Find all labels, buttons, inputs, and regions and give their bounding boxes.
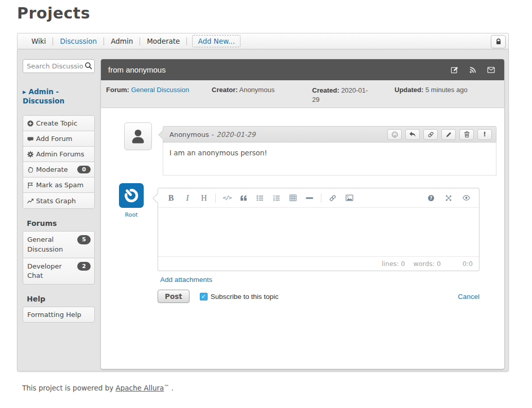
post-body: I am an anonymous person!: [163, 143, 496, 175]
sidebar-item-developer-chat[interactable]: Developer Chat 2: [23, 258, 94, 284]
add-attachments-link[interactable]: Add attachments: [160, 276, 212, 283]
meta-creator: Creator: Anonymous: [212, 86, 312, 108]
meta-creator-value: Anonymous: [239, 86, 274, 94]
sidebar: ▸ Admin - Discussion Create Topic Add Fo…: [23, 59, 95, 323]
unordered-list-button[interactable]: [252, 191, 268, 205]
sidebar-item-formatting-help[interactable]: Formatting Help: [23, 307, 94, 322]
comment-icon: [27, 135, 36, 143]
forums-list: General Discussion 5 Developer Chat 2: [23, 231, 95, 285]
content-area: ▸ Admin - Discussion Create Topic Add Fo…: [17, 49, 509, 371]
reply-textarea[interactable]: [158, 208, 479, 256]
sidebar-item-add-forum[interactable]: Add Forum: [23, 131, 94, 147]
add-reaction-button[interactable]: [387, 129, 402, 140]
sidebar-item-moderate[interactable]: Moderate 0: [23, 162, 94, 178]
nav-tab-wiki[interactable]: Wiki: [25, 37, 53, 45]
main-panel: from anonymous Forum: General Discussion…: [101, 59, 504, 369]
footer: This project is powered by Apache Allura…: [22, 384, 174, 392]
root-avatar: [119, 183, 144, 208]
sidebar-item-admin-forums[interactable]: Admin Forums: [23, 147, 94, 162]
sidebar-item-stats-graph[interactable]: Stats Graph: [23, 193, 94, 208]
post-header: Anonymous - 2020-01-29: [163, 126, 496, 143]
flag-icon: [27, 182, 36, 189]
topic-header: from anonymous: [101, 59, 504, 80]
sidebar-item-label: Moderate: [36, 166, 68, 173]
sidebar-item-mark-as-spam[interactable]: Mark as Spam: [23, 178, 94, 193]
exclamation-icon: !: [483, 131, 486, 138]
sidebar-item-create-topic[interactable]: Create Topic: [23, 116, 94, 131]
post-button[interactable]: Post: [158, 290, 190, 303]
top-navbar: Wiki Discussion Admin Moderate Add New..…: [17, 33, 509, 49]
reply-button[interactable]: [405, 129, 420, 140]
gear-icon: [27, 151, 36, 158]
italic-button[interactable]: I: [180, 191, 195, 205]
rss-feed-icon[interactable]: [469, 66, 476, 74]
meta-forum-link[interactable]: General Discussion: [131, 86, 189, 94]
delete-post-button[interactable]: [459, 129, 474, 140]
nav-separator: [186, 38, 187, 45]
post-actions-row: Post ✓ Subscribe to this topic Cancel: [158, 290, 479, 303]
post: Anonymous - 2020-01-29: [163, 126, 496, 175]
trademark-symbol: ™: [164, 384, 169, 389]
root-username-link[interactable]: Root: [119, 211, 144, 218]
sidebar-item-label: Add Forum: [36, 135, 73, 143]
meta-forum-label: Forum:: [106, 86, 129, 94]
bold-button[interactable]: B: [163, 191, 179, 205]
sidebar-item-label: Admin Forums: [36, 150, 84, 158]
meta-updated: Updated: 5 minutes ago: [394, 86, 499, 108]
bubble-arrow: [159, 131, 167, 139]
words-count: words: 0: [413, 260, 440, 268]
horizontal-rule-button[interactable]: [302, 191, 317, 205]
post-date: 2020-01-29: [216, 131, 255, 138]
code-button[interactable]: </>: [219, 191, 235, 205]
quote-button[interactable]: [236, 191, 251, 205]
cursor-position: 0:0: [462, 260, 473, 268]
search-input[interactable]: [23, 59, 95, 73]
sidebar-item-label: Create Topic: [36, 119, 77, 127]
add-new-button[interactable]: Add New...: [192, 35, 241, 47]
editor-bubble-arrow: [152, 193, 162, 203]
sidebar-item-general-discussion[interactable]: General Discussion 5: [23, 232, 94, 258]
edit-post-button[interactable]: [441, 129, 456, 140]
sidebar-item-label: Stats Graph: [36, 197, 76, 205]
plus-circle-icon: [27, 120, 36, 127]
anonymous-avatar: [124, 122, 152, 150]
heading-button[interactable]: H: [196, 191, 212, 205]
post-separator: -: [212, 131, 214, 138]
sidebar-item-label: Mark as Spam: [36, 181, 83, 189]
markdown-help-button[interactable]: ?: [423, 191, 439, 205]
subscribe-label: Subscribe to this topic: [211, 293, 279, 300]
insert-image-button[interactable]: [341, 191, 357, 205]
meta-updated-label: Updated:: [394, 86, 423, 94]
sidebar-admin-discussion-link[interactable]: ▸ Admin - Discussion: [23, 87, 95, 105]
cancel-link[interactable]: Cancel: [458, 293, 479, 300]
table-button[interactable]: [285, 191, 301, 205]
apache-allura-link[interactable]: Apache Allura: [116, 384, 164, 392]
pencil-icon: [445, 131, 452, 138]
lock-button[interactable]: [491, 35, 506, 48]
forum-count-badge: 5: [77, 235, 91, 244]
insert-link-button[interactable]: [325, 191, 340, 205]
meta-creator-label: Creator:: [212, 86, 238, 94]
subscribe-control[interactable]: ✓ Subscribe to this topic: [200, 293, 279, 300]
mark-spam-button[interactable]: !: [477, 129, 492, 140]
footer-suffix: .: [169, 384, 174, 392]
nav-tab-moderate[interactable]: Moderate: [140, 37, 186, 45]
help-section-header: Help: [27, 295, 95, 303]
sidebar-menu: Create Topic Add Forum Admin Forums Mode…: [23, 115, 95, 209]
ordered-list-button[interactable]: [269, 191, 284, 205]
edit-topic-icon[interactable]: [451, 66, 458, 74]
preview-button[interactable]: [458, 191, 474, 205]
link-icon: [427, 131, 434, 138]
email-subscribe-icon[interactable]: [487, 66, 495, 74]
nav-tab-admin[interactable]: Admin: [104, 37, 140, 45]
reply-arrow-icon: [409, 131, 416, 137]
permalink-button[interactable]: [423, 129, 438, 140]
lock-icon: [495, 39, 502, 45]
fullscreen-button[interactable]: [441, 191, 456, 205]
subscribe-checkbox[interactable]: ✓: [200, 293, 208, 300]
search-icon[interactable]: [84, 62, 93, 70]
forum-label: Developer Chat: [27, 262, 71, 280]
trash-icon: [464, 131, 470, 138]
post-author: Anonymous: [169, 131, 209, 138]
nav-tab-discussion[interactable]: Discussion: [53, 37, 104, 45]
